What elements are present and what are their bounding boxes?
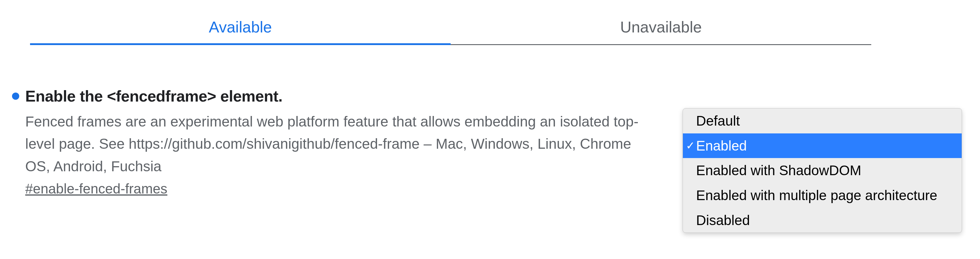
flag-dropdown[interactable]: Default Enabled Enabled with ShadowDOM E…	[682, 108, 962, 233]
dropdown-option-enabled[interactable]: Enabled	[683, 133, 962, 158]
tab-unavailable[interactable]: Unavailable	[451, 12, 871, 45]
flag-anchor-link[interactable]: #enable-fenced-frames	[25, 181, 167, 197]
modified-indicator-icon	[12, 92, 19, 100]
tab-available[interactable]: Available	[30, 12, 451, 45]
flag-text-block: Enable the <fencedframe> element. Fenced…	[25, 87, 656, 197]
dropdown-option-enabled-shadowdom[interactable]: Enabled with ShadowDOM	[683, 158, 962, 183]
dropdown-option-enabled-multipage[interactable]: Enabled with multiple page architecture	[683, 183, 962, 208]
dropdown-option-disabled[interactable]: Disabled	[683, 208, 962, 233]
tabs-container: Available Unavailable	[30, 12, 871, 45]
flag-title: Enable the <fencedframe> element.	[25, 87, 656, 105]
flag-description: Fenced frames are an experimental web pl…	[25, 111, 656, 178]
flag-item: Enable the <fencedframe> element. Fenced…	[12, 87, 950, 197]
dropdown-option-default[interactable]: Default	[683, 108, 962, 133]
